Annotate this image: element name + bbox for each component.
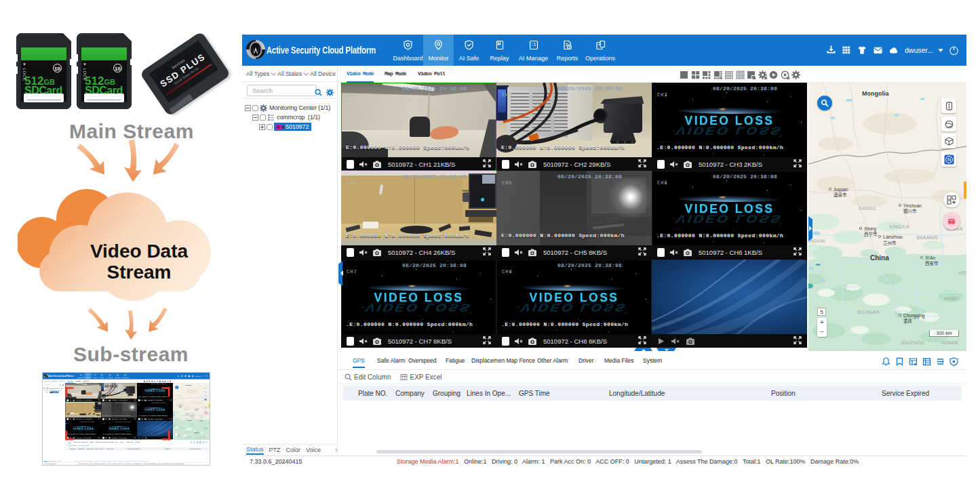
svg-text:SHAANXI: SHAANXI [916,235,938,240]
svg-text:China: China [870,254,889,262]
svg-text:GUIZHOU: GUIZHOU [195,438,200,438]
svg-text:GUIZHOU: GUIZHOU [901,340,924,345]
svg-text:HUBEI: HUBEI [204,428,208,429]
svg-text:Xining: Xining [864,226,876,232]
svg-text:西宁市: 西宁市 [864,231,878,237]
svg-text:兰州市: 兰州市 [883,240,897,246]
svg-text:Mongolia: Mongolia [185,384,192,386]
svg-text:重庆: 重庆 [903,318,913,324]
svg-text:Lanzhou: Lanzhou [191,415,195,416]
svg-text:Yinchuan: Yinchuan [903,203,922,208]
svg-text:N: N [947,157,950,162]
svg-text:SICHUAN: SICHUAN [857,310,880,314]
svg-text:Lanzhou: Lanzhou [883,234,903,240]
svg-text:SICHUAN: SICHUAN [184,431,190,432]
svg-text:HEN: HEN [959,270,966,275]
svg-text:NINGXIA: NINGXIA [192,413,197,414]
svg-text:China: China [187,420,192,421]
svg-text:Mongolia: Mongolia [862,90,889,97]
svg-text:HUNAN: HUNAN [203,437,208,438]
svg-text:HEN: HEN [208,423,210,424]
svg-text:HUNAN: HUNAN [941,340,958,345]
svg-text:Chongqing: Chongqing [903,313,925,319]
svg-text:酒泉市: 酒泉市 [834,192,847,198]
svg-text:GANSU: GANSU [859,206,876,211]
svg-text:银川市: 银川市 [903,208,917,214]
svg-text:NINGXIA: NINGXIA [889,224,909,229]
svg-text:西安市: 西安市 [925,260,939,266]
svg-text:HUBEI: HUBEI [944,296,959,301]
svg-text:Xi'An: Xi'An [200,420,203,421]
svg-text:N: N [205,399,205,400]
svg-text:Juquan: Juquan [834,187,848,192]
svg-text:Xi'An: Xi'An [925,256,935,260]
svg-text:SHAANXI: SHAANXI [198,415,203,416]
svg-text:GANSU: GANSU [184,409,189,410]
